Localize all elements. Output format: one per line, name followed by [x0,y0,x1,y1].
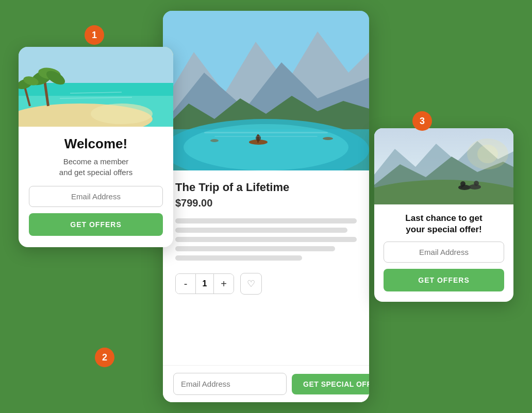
svg-rect-32 [374,187,513,204]
center-card-body: The Trip of a Lifetime $799.00 - 1 + ♡ [163,170,369,305]
svg-point-9 [256,135,261,141]
left-popup-card: Welcome! Become a memberand get special … [19,47,173,247]
center-card-image [163,11,369,170]
center-card: The Trip of a Lifetime $799.00 - 1 + ♡ [163,11,369,402]
text-line [175,246,335,251]
product-title: The Trip of a Lifetime [175,181,357,194]
right-email-input[interactable] [384,242,504,263]
left-card-image [19,47,173,127]
left-card-body: Welcome! Become a memberand get special … [19,127,173,247]
text-line [175,237,357,242]
left-popup-title: Welcome! [29,136,163,152]
svg-point-10 [323,137,333,140]
text-line [175,255,302,261]
right-card-image [374,128,513,204]
badge-2: 2 [95,348,114,367]
left-email-input[interactable] [29,186,163,207]
description-lines [175,218,357,261]
right-card-body: Last chance to getyour special offer! GE… [374,204,513,302]
svg-point-41 [477,145,498,163]
bottom-email-input[interactable] [173,373,287,395]
left-popup-subtitle: Become a memberand get special offers [29,156,163,178]
badge-3: 3 [412,111,432,131]
scene: 1 2 3 [19,11,513,402]
right-get-offers-button[interactable]: GET OFFERS [384,269,504,291]
svg-point-25 [91,104,153,124]
text-line [175,218,357,223]
right-popup-title: Last chance to getyour special offer! [384,213,504,235]
left-get-offers-button[interactable]: GET OFFERS [29,213,163,236]
quantity-increase-button[interactable]: + [214,274,234,294]
text-line [175,228,347,233]
product-price: $799.00 [175,197,357,209]
right-popup-card: Last chance to getyour special offer! GE… [374,128,513,302]
svg-rect-13 [214,136,318,137]
badge-1: 1 [85,25,104,45]
svg-rect-12 [204,132,328,133]
quantity-control: - 1 + [175,273,234,294]
get-special-offers-button[interactable]: GET SPECIAL OFFERS [292,374,369,394]
svg-point-6 [184,124,348,170]
quantity-value: 1 [195,274,214,294]
quantity-decrease-button[interactable]: - [176,274,195,294]
quantity-row: - 1 + ♡ [175,273,357,295]
svg-point-11 [210,139,219,142]
bottom-bar: GET SPECIAL OFFERS [163,365,369,402]
wishlist-button[interactable]: ♡ [240,273,262,295]
